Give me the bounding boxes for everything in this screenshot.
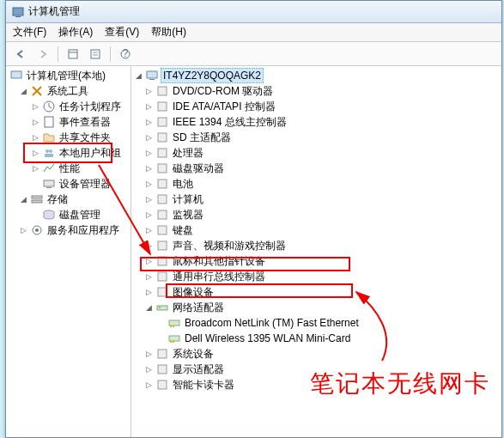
device-category[interactable]: ▷通用串行总线控制器 (131, 269, 501, 284)
device-category[interactable]: ▷声音、视频和游戏控制器 (131, 238, 501, 253)
device-category[interactable]: ▷显示适配器 (131, 362, 501, 377)
category-icon (155, 146, 169, 160)
svg-rect-43 (169, 336, 179, 341)
properties-icon[interactable] (86, 45, 105, 64)
device-category[interactable]: ▷计算机 (131, 192, 501, 207)
svg-rect-35 (158, 257, 167, 265)
device-category[interactable]: ◢网络适配器 (131, 300, 501, 315)
svg-rect-32 (158, 210, 167, 219)
tree-system-tools[interactable]: ◢ 系统工具 (6, 83, 131, 99)
expand-icon[interactable]: ▷ (143, 287, 154, 297)
device-category[interactable]: ▷磁盘驱动器 (131, 161, 501, 176)
tree-item[interactable]: ▷事件查看器 (6, 114, 131, 130)
svg-point-13 (49, 149, 52, 153)
expand-icon[interactable]: ▷ (143, 179, 154, 189)
computer-icon (9, 69, 23, 82)
expand-icon[interactable]: ▷ (143, 380, 154, 390)
device-item[interactable]: ▷Dell Wireless 1395 WLAN Mini-Card (131, 331, 501, 346)
content-panes: 计算机管理(本地) ◢ 系统工具 ▷任务计划程序 ▷事件查看器 ▷共享文件夹 ▷… (6, 66, 501, 437)
help-icon[interactable]: ? (116, 45, 135, 64)
expand-icon[interactable]: ▷ (143, 132, 154, 143)
expand-icon[interactable]: ▷ (143, 256, 154, 266)
device-category[interactable]: ▷电池 (131, 176, 501, 192)
tree-device-manager[interactable]: ▷设备管理器 (6, 176, 131, 192)
tree-item[interactable]: ▷磁盘管理 (6, 207, 131, 222)
device-category[interactable]: ▷IEEE 1394 总线主控制器 (131, 114, 501, 130)
menu-file[interactable]: 文件(F) (13, 25, 46, 40)
collapse-icon[interactable]: ◢ (18, 194, 28, 204)
device-category[interactable]: ▷监视器 (131, 207, 501, 222)
expand-icon[interactable]: ▷ (143, 271, 154, 282)
collapse-icon[interactable]: ◢ (18, 86, 28, 96)
expand-icon[interactable]: ▷ (143, 225, 154, 235)
forward-button[interactable] (33, 45, 52, 64)
device-category[interactable]: ▷系统设备 (131, 346, 501, 362)
category-icon (155, 131, 169, 144)
expand-icon[interactable]: ▷ (143, 240, 154, 251)
collapse-icon[interactable]: ◢ (143, 302, 154, 313)
app-icon (11, 5, 25, 19)
menu-view[interactable]: 查看(V) (105, 25, 139, 40)
expand-icon[interactable]: ▷ (30, 132, 40, 143)
svg-rect-48 (158, 380, 167, 389)
category-icon (155, 177, 169, 191)
expand-icon[interactable]: ▷ (30, 101, 40, 112)
expand-icon[interactable]: ▷ (30, 148, 40, 158)
tree-services[interactable]: ▷服务和应用程序 (6, 222, 131, 238)
device-category[interactable]: ▷智能卡读卡器 (131, 377, 501, 392)
right-device-pane: ◢IT4YZ2Y8QOQAGK2▷DVD/CD-ROM 驱动器▷IDE ATA/… (131, 66, 501, 437)
tree-item[interactable]: ▷本地用户和组 (6, 145, 131, 161)
device-category[interactable]: ▷IDE ATA/ATAPI 控制器 (131, 99, 501, 114)
svg-rect-23 (149, 79, 155, 80)
titlebar[interactable]: 计算机管理 (6, 1, 501, 23)
svg-rect-44 (170, 341, 172, 343)
expand-icon[interactable]: ▷ (143, 349, 154, 359)
show-hide-icon[interactable] (64, 45, 82, 64)
svg-rect-27 (158, 133, 167, 142)
tree-item[interactable]: ▷性能 (6, 161, 131, 176)
svg-rect-26 (158, 118, 167, 126)
svg-rect-42 (173, 325, 174, 327)
expand-icon[interactable]: ▷ (30, 117, 40, 127)
expand-icon[interactable]: ▷ (143, 86, 154, 96)
expand-icon[interactable]: ▷ (143, 210, 154, 220)
expand-icon[interactable]: ▷ (30, 163, 40, 173)
device-root[interactable]: ◢IT4YZ2Y8QOQAGK2 (131, 68, 501, 83)
task-icon (42, 100, 56, 113)
storage-icon (30, 192, 44, 206)
svg-rect-37 (158, 288, 167, 296)
menu-help[interactable]: 帮助(H) (151, 25, 186, 40)
expand-icon[interactable]: ▷ (18, 225, 28, 235)
back-button[interactable] (11, 45, 30, 64)
expand-icon[interactable]: ▷ (143, 163, 154, 173)
device-category[interactable]: ▷图像设备 (131, 284, 501, 300)
tree-item[interactable]: ▷共享文件夹 (6, 130, 131, 145)
svg-point-39 (159, 307, 161, 308)
category-icon (155, 254, 169, 268)
toolbar: ? (6, 42, 501, 66)
menu-action[interactable]: 操作(A) (58, 25, 93, 40)
expand-icon[interactable]: ▷ (143, 364, 154, 374)
tree-root[interactable]: 计算机管理(本地) (6, 68, 131, 83)
svg-rect-15 (44, 180, 54, 186)
expand-icon[interactable]: ▷ (143, 117, 154, 127)
toolbar-separator (110, 46, 111, 62)
device-category[interactable]: ▷DVD/CD-ROM 驱动器 (131, 83, 501, 99)
collapse-icon[interactable]: ◢ (133, 70, 143, 81)
device-mgr-icon (42, 177, 56, 191)
tree-item[interactable]: ▷任务计划程序 (6, 99, 131, 114)
device-category[interactable]: ▷键盘 (131, 222, 501, 238)
services-icon (30, 223, 44, 237)
svg-rect-36 (158, 272, 167, 281)
category-icon (155, 192, 169, 206)
svg-rect-29 (158, 164, 167, 173)
device-category[interactable]: ▷鼠标和其他指针设备 (131, 253, 501, 269)
expand-icon[interactable]: ▷ (143, 194, 154, 204)
device-category[interactable]: ▷SD 主适配器 (131, 130, 501, 145)
expand-icon[interactable]: ▷ (143, 101, 154, 112)
expand-icon[interactable]: ▷ (143, 148, 154, 158)
category-icon (155, 378, 169, 392)
device-category[interactable]: ▷处理器 (131, 145, 501, 161)
device-item[interactable]: ▷Broadcom NetLink (TM) Fast Ethernet (131, 315, 501, 331)
tree-storage[interactable]: ◢存储 (6, 192, 131, 207)
